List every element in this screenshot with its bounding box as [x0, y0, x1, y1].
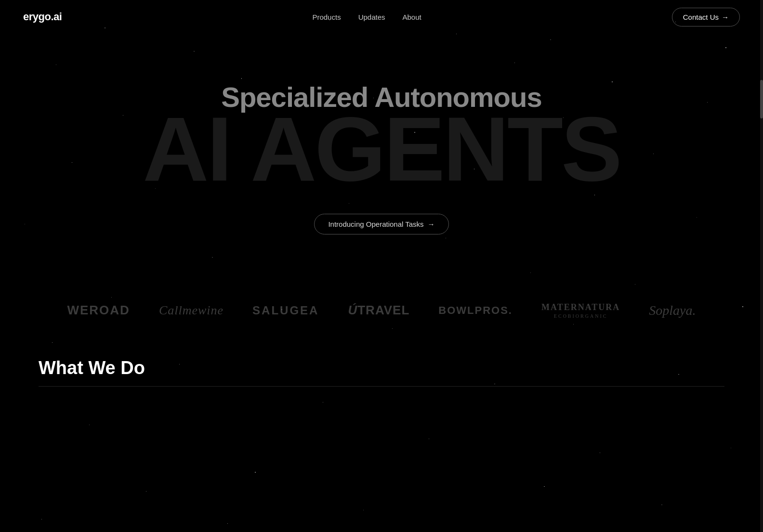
star	[89, 425, 90, 425]
star	[41, 519, 42, 519]
logo[interactable]: erygo.ai	[23, 11, 62, 23]
logo-bowlpros: BOWLPROS.	[438, 304, 513, 317]
star	[600, 453, 600, 453]
hero-bg-text: AI AGENTS	[0, 103, 763, 195]
star	[323, 402, 323, 402]
contact-us-label: Contact Us	[683, 13, 719, 21]
logo-callmewine: Callmewine	[159, 303, 224, 318]
star	[544, 486, 545, 487]
logo-soplaya: Soplaya.	[649, 303, 696, 318]
logo-salugea: SALUGEA	[252, 304, 319, 317]
main-nav: Products Updates About	[312, 13, 421, 21]
hero-cta-arrow: →	[428, 220, 435, 228]
nav-about[interactable]: About	[403, 13, 421, 21]
section-divider	[39, 386, 724, 387]
star	[363, 510, 364, 510]
star	[661, 505, 662, 505]
star	[255, 472, 256, 473]
arrow-icon: →	[722, 13, 729, 21]
star	[731, 448, 731, 448]
what-we-do-title: What We Do	[39, 358, 724, 378]
hero-cta-button[interactable]: Introducing Operational Tasks →	[314, 214, 448, 234]
scrollbar-thumb[interactable]	[760, 80, 763, 118]
hero-section: Specialized Autonomous AI AGENTS Introdu…	[0, 34, 763, 273]
logo-utravel: Útravel	[348, 303, 409, 318]
hero-cta-label: Introducing Operational Tasks	[328, 220, 423, 228]
star	[227, 523, 228, 524]
star	[429, 439, 429, 439]
scrollbar-track[interactable]	[760, 0, 763, 532]
logo-maternatura: MATERNATURA ECOBIORGANIC	[541, 302, 620, 319]
star	[146, 491, 146, 492]
logos-section: WEROAD Callmewine SALUGEA Útravel BOWLPR…	[0, 273, 763, 348]
contact-us-button[interactable]: Contact Us →	[672, 8, 740, 26]
header: erygo.ai Products Updates About Contact …	[0, 0, 763, 34]
nav-products[interactable]: Products	[312, 13, 341, 21]
nav-updates[interactable]: Updates	[358, 13, 385, 21]
what-we-do-section: What We Do	[0, 348, 763, 387]
logo-weroad: WEROAD	[67, 303, 130, 318]
